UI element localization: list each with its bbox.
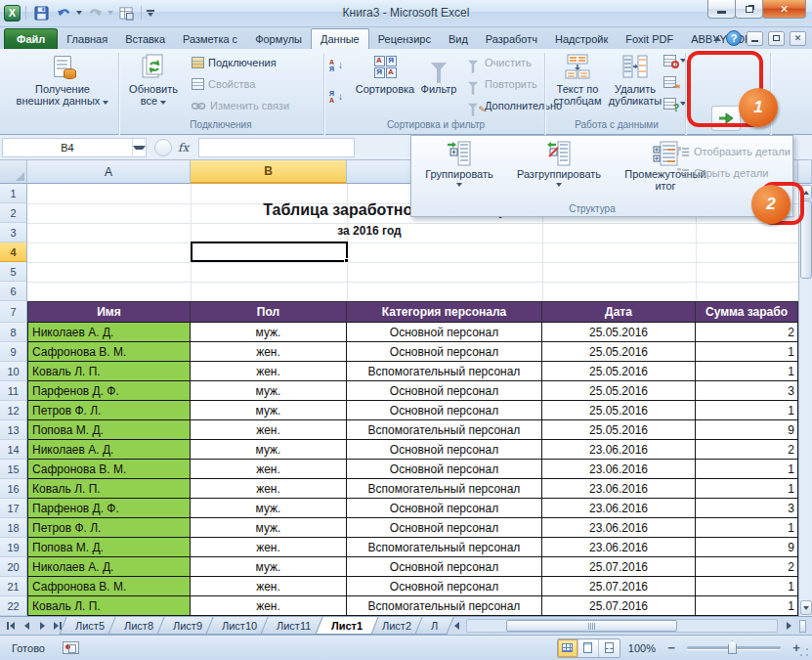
workbook-minimize-button[interactable] (747, 31, 763, 46)
table-cell[interactable]: 25.05.2016 (542, 362, 696, 381)
scroll-right-button[interactable] (782, 619, 795, 633)
table-cell[interactable]: Сафронова В. М. (27, 577, 191, 596)
minimize-button[interactable] (707, 0, 736, 19)
page-break-view-button[interactable] (599, 639, 620, 657)
consolidate-button[interactable]: ⇥ (663, 76, 676, 88)
table-cell[interactable]: Вспомогательный персонал (347, 596, 542, 616)
table-cell[interactable]: Парфенов Д. Ф. (27, 499, 191, 518)
row-number[interactable]: 19 (0, 538, 27, 557)
page-layout-view-button[interactable] (578, 639, 599, 657)
table-cell[interactable]: 25.07.2016 (542, 577, 696, 596)
column-header-a[interactable]: A (27, 160, 191, 184)
next-sheet-button[interactable] (35, 619, 49, 633)
row-number[interactable]: 20 (0, 557, 27, 577)
column-header-b[interactable]: B (191, 160, 347, 184)
table-cell[interactable]: 25.05.2016 (542, 381, 696, 401)
table-cell[interactable]: 1 (696, 479, 798, 499)
table-cell[interactable]: Основной персонал (347, 401, 542, 420)
fx-icon[interactable]: fx (178, 141, 189, 154)
table-cell[interactable]: жен. (191, 577, 347, 596)
selected-cell-b4[interactable] (191, 242, 348, 262)
worksheet-grid[interactable]: 12345678910111213141516171819202122 Табл… (0, 184, 812, 616)
filter-button[interactable]: Фильтр (418, 52, 459, 95)
row-number[interactable]: 4 (0, 242, 27, 262)
ribbon-tab[interactable]: Разметка с (174, 28, 246, 49)
tab-file[interactable]: Файл (4, 28, 58, 49)
table-cell[interactable]: Основной персонал (347, 460, 542, 479)
table-cell[interactable]: Основной персонал (347, 577, 542, 596)
table-cell[interactable]: 9 (696, 538, 798, 557)
table-cell[interactable]: муж. (191, 401, 347, 420)
table-cell[interactable]: Основной персонал (347, 557, 542, 577)
sheet-tab[interactable]: Л (414, 617, 453, 635)
previous-sheet-button[interactable] (20, 619, 33, 633)
row-number[interactable]: 7 (0, 301, 27, 323)
vertical-scrollbar[interactable] (798, 184, 812, 616)
table-cell[interactable]: Коваль Л. П. (27, 362, 191, 381)
reapply-filter-button[interactable]: Повторить (465, 78, 537, 90)
table-cell[interactable]: 3 (696, 499, 798, 518)
table-cell[interactable]: муж. (191, 440, 347, 460)
table-cell[interactable]: Сафронова В. М. (27, 342, 191, 362)
table-cell[interactable]: 25.05.2016 (542, 420, 696, 440)
table-cell[interactable]: 1 (696, 362, 798, 381)
what-if-analysis-button[interactable]: ? (663, 98, 686, 110)
table-cell[interactable]: Вспомогательный персонал (347, 420, 542, 440)
ribbon-tab[interactable]: Вид (440, 28, 477, 49)
row-number[interactable]: 5 (0, 262, 27, 282)
table-cell[interactable]: Николаев А. Д. (27, 440, 191, 460)
table-cell[interactable]: Коваль Л. П. (27, 596, 191, 616)
show-details-button[interactable]: Отобразить детали (677, 146, 791, 157)
table-cell[interactable]: жен. (191, 538, 347, 557)
table-cell[interactable]: 25.05.2016 (542, 401, 696, 420)
select-all-corner[interactable] (0, 160, 27, 184)
refresh-all-button[interactable]: Обновить все (123, 52, 184, 107)
table-cell[interactable]: Коваль Л. П. (27, 479, 191, 499)
table-cell[interactable]: 2 (696, 440, 798, 460)
ribbon-tab[interactable]: Надстройк (546, 28, 617, 49)
name-box[interactable]: B4 (2, 138, 147, 157)
table-cell[interactable]: Основной персонал (347, 499, 542, 518)
table-cell[interactable]: 3 (696, 381, 798, 401)
row-number[interactable]: 12 (0, 401, 27, 420)
table-cell[interactable]: 25.07.2016 (542, 557, 696, 577)
sort-button[interactable]: АЯ ЯА Сортировка (354, 52, 416, 95)
zoom-slider-track[interactable] (687, 646, 781, 649)
table-cell[interactable]: 2 (696, 323, 798, 342)
table-cell[interactable]: жен. (191, 362, 347, 381)
ribbon-tab[interactable]: Вставка (116, 28, 174, 49)
formula-input[interactable] (198, 138, 355, 157)
table-cell[interactable]: жен. (191, 420, 347, 440)
restore-button[interactable] (735, 0, 763, 19)
zoom-out-button[interactable]: − (663, 640, 679, 656)
row-number[interactable]: 9 (0, 342, 27, 362)
text-to-columns-button[interactable]: Текст по столбцам (548, 52, 607, 107)
row-number[interactable]: 18 (0, 518, 27, 538)
edit-links-button[interactable]: Изменить связи (192, 100, 289, 111)
row-number[interactable]: 11 (0, 381, 27, 401)
table-cell[interactable]: 1 (696, 577, 798, 596)
table-cell[interactable]: 23.06.2016 (542, 460, 696, 479)
table-cell[interactable]: муж. (191, 518, 347, 538)
row-number[interactable]: 1 (0, 184, 27, 203)
minimize-ribbon-caret-icon[interactable] (713, 36, 721, 41)
table-cell[interactable]: 23.06.2016 (542, 538, 696, 557)
connections-button[interactable]: Подключения (192, 57, 277, 68)
table-cell[interactable]: 1 (696, 518, 798, 538)
horizontal-scroll-thumb[interactable] (506, 620, 677, 632)
ribbon-tab[interactable]: Foxit PDF (617, 28, 682, 49)
table-cell[interactable]: жен. (191, 596, 347, 616)
scroll-down-button[interactable] (800, 600, 812, 615)
table-cell[interactable]: Вспомогательный персонал (347, 538, 542, 557)
workbook-restore-button[interactable] (768, 31, 785, 46)
close-button[interactable]: ✕ (762, 0, 806, 19)
hide-details-button[interactable]: Скрыть детали (677, 167, 768, 179)
workbook-close-button[interactable]: ✕ (790, 31, 806, 46)
table-cell[interactable]: 2 (696, 557, 798, 577)
table-cell[interactable]: 9 (696, 420, 798, 440)
macro-record-button[interactable] (63, 641, 79, 654)
zoom-slider-thumb[interactable] (728, 640, 737, 654)
fill-handle[interactable] (344, 258, 349, 263)
table-cell[interactable]: муж. (191, 381, 347, 401)
row-number[interactable]: 8 (0, 323, 27, 342)
